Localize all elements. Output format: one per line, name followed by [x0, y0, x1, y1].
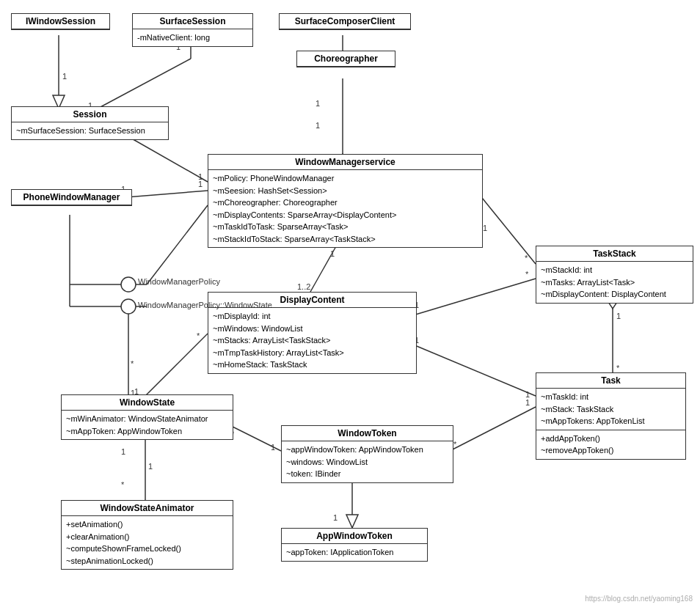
svg-text:*: * — [131, 359, 134, 368]
svg-text:*: * — [121, 480, 125, 489]
class-header-wms: WindowManagerservice — [208, 155, 482, 170]
class-body-session: ~mSurfaceSession: SurfaceSession — [12, 122, 168, 139]
svg-text:1: 1 — [333, 513, 338, 522]
svg-text:1: 1 — [525, 390, 530, 399]
class-body-displaycontent: ~mDisplayId: int ~mWindows: WindowList ~… — [208, 308, 416, 373]
svg-text:1..2: 1..2 — [297, 282, 310, 291]
svg-text:1: 1 — [198, 172, 203, 181]
label-windowmanagerpolicy: WindowManagerPolicy — [138, 277, 220, 286]
class-header-windowtoken: WindowToken — [282, 426, 453, 441]
class-choreographer: Choreographer — [296, 51, 395, 67]
svg-line-51 — [230, 425, 281, 451]
svg-point-39 — [121, 277, 136, 292]
class-header-appwindowtoken: AppWindowToken — [282, 529, 427, 544]
class-header-windowstateanimator: WindowStateAnimator — [62, 501, 233, 516]
label-wmpwindowstate: WindowManagerPolicy::WindowState — [138, 301, 272, 309]
class-appwindowtoken: AppWindowToken ~appToken: IApplicationTo… — [281, 528, 428, 562]
svg-text:1: 1 — [483, 224, 487, 232]
svg-text:1: 1 — [525, 398, 530, 407]
class-windowmanagerservice: WindowManagerservice ~mPolicy: PhoneWind… — [208, 154, 483, 248]
svg-line-36 — [413, 345, 536, 396]
svg-text:1: 1 — [148, 462, 153, 471]
class-header-choreographer: Choreographer — [297, 51, 395, 67]
class-surfacesession: SurfaceSession -mNativeClient: long — [132, 13, 253, 47]
class-windowtoken: WindowToken ~appWindowToken: AppWindowTo… — [281, 425, 453, 483]
svg-text:*: * — [453, 440, 457, 449]
svg-point-40 — [121, 299, 136, 314]
class-header-iwindowsession: IWindowSession — [12, 14, 109, 29]
class-header-windowstate: WindowState — [62, 395, 233, 411]
svg-text:1: 1 — [316, 99, 320, 108]
svg-line-19 — [479, 194, 536, 264]
svg-text:*: * — [525, 254, 528, 262]
svg-text:*: * — [197, 331, 200, 340]
svg-text:*: * — [525, 270, 529, 279]
svg-line-45 — [147, 205, 208, 284]
diagram-container: 1 1 1 1 1 * 1 1 1 1 * 1 1..2 1 — [0, 0, 700, 610]
class-header-surfacesession: SurfaceSession — [133, 14, 252, 29]
class-phonewindowmanager: PhoneWindowManager — [11, 189, 132, 206]
class-session: Session ~mSurfaceSession: SurfaceSession — [11, 106, 169, 140]
class-header-task: Task — [536, 373, 685, 389]
watermark: https://blog.csdn.net/yaoming168 — [585, 595, 693, 603]
class-surfacecomposerclient: SurfaceComposerClient — [279, 13, 411, 30]
class-body-appwindowtoken: ~appToken: IApplicationToken — [282, 544, 427, 561]
svg-text:1: 1 — [198, 180, 203, 188]
svg-text:1: 1 — [316, 121, 320, 130]
svg-text:1: 1 — [62, 72, 67, 81]
class-header-taskstack: TaskStack — [536, 246, 693, 262]
svg-marker-63 — [346, 515, 358, 528]
svg-line-29 — [145, 334, 208, 396]
class-body-windowstate: ~mWinAnimator: WindowStateAnimator ~mApp… — [62, 411, 233, 439]
class-body-windowstateanimator: +setAnimation() +clearAnimation() ~compu… — [62, 516, 233, 569]
class-body-wms: ~mPolicy: PhoneWindowManager ~mSeesion: … — [208, 170, 482, 247]
class-body-task: ~mTaskId: int ~mStack: TaskStack ~mAppTo… — [536, 389, 685, 430]
class-methods-task: +addAppToken() ~removeAppToken() — [536, 430, 685, 459]
class-windowstate: WindowState ~mWinAnimator: WindowStateAn… — [61, 394, 233, 440]
class-body-windowtoken: ~appWindowToken: AppWindowToken ~windows… — [282, 441, 453, 482]
svg-text:1: 1 — [330, 249, 335, 258]
svg-text:*: * — [616, 364, 620, 372]
class-body-surfacesession: -mNativeClient: long — [133, 29, 252, 46]
class-iwindowsession: IWindowSession — [11, 13, 110, 30]
class-header-surfacecomposerclient: SurfaceComposerClient — [280, 14, 410, 29]
class-task: Task ~mTaskId: int ~mStack: TaskStack ~m… — [536, 372, 686, 460]
class-taskstack: TaskStack ~mStackId: int ~mTasks: ArrayL… — [536, 246, 693, 304]
svg-line-5 — [88, 59, 191, 114]
class-header-phonewindowmanager: PhoneWindowManager — [12, 190, 131, 205]
class-body-taskstack: ~mStackId: int ~mTasks: ArrayList<Task> … — [536, 262, 693, 303]
svg-line-54 — [450, 407, 536, 451]
class-header-session: Session — [12, 107, 168, 122]
svg-line-26 — [413, 279, 536, 315]
svg-text:1: 1 — [271, 443, 275, 452]
svg-text:1: 1 — [121, 447, 125, 456]
class-windowstateanimator: WindowStateAnimator +setAnimation() +cle… — [61, 500, 233, 570]
svg-text:1: 1 — [616, 312, 621, 320]
